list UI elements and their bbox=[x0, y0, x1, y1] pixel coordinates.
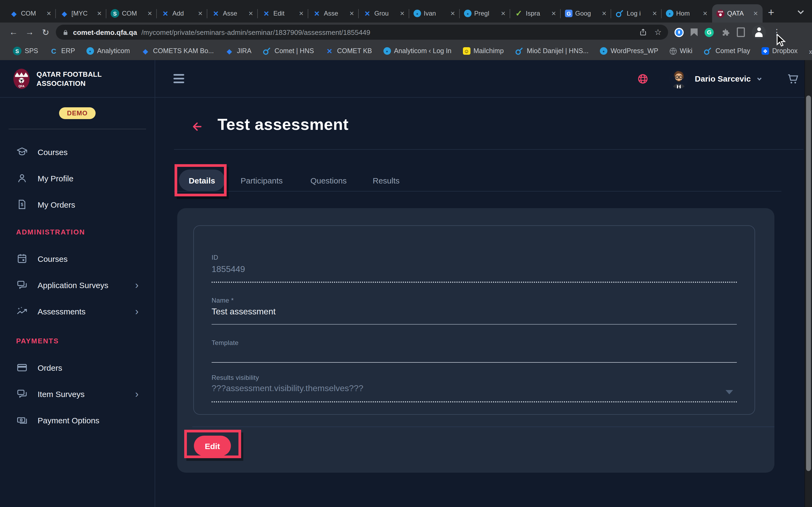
browser-tab[interactable]: Goog✕ bbox=[561, 4, 611, 22]
browser-tab-active[interactable]: QATA✕ bbox=[712, 4, 763, 22]
tab-close-icon[interactable]: ✕ bbox=[701, 10, 709, 17]
user-menu-chevron-icon[interactable] bbox=[754, 73, 765, 84]
bookmark-item[interactable]: Comet Play bbox=[704, 47, 750, 55]
share-icon[interactable] bbox=[639, 28, 647, 37]
bookmark-item[interactable]: COMETS KAM Bo... bbox=[141, 47, 214, 55]
browser-tab[interactable]: Asse✕ bbox=[308, 4, 359, 22]
sidebar-extension-icon[interactable] bbox=[737, 27, 745, 37]
browser-toolbar: ← → ↻ comet-demo.qfa.qa/mycomet/private/… bbox=[0, 22, 812, 42]
page-scrollbar-thumb[interactable] bbox=[806, 96, 811, 471]
tab-close-icon[interactable]: ✕ bbox=[651, 10, 658, 17]
tab-details[interactable]: Details bbox=[179, 170, 225, 191]
tab-close-icon[interactable]: ✕ bbox=[449, 10, 456, 17]
visibility-field-underline bbox=[212, 401, 737, 402]
bookmark-star-icon[interactable]: ☆ bbox=[654, 27, 662, 37]
sidebar-item-admin-courses[interactable]: Courses bbox=[0, 248, 155, 269]
browser-tab[interactable]: Pregl✕ bbox=[460, 4, 510, 22]
browser-tab[interactable]: [MYC✕ bbox=[56, 4, 106, 22]
user-avatar[interactable] bbox=[669, 69, 689, 88]
tab-search-chevron-icon[interactable] bbox=[797, 7, 805, 17]
tab-title: COM bbox=[122, 10, 143, 17]
bookmark-item[interactable]: Mailchimp bbox=[463, 47, 504, 55]
qfa-logo: QFA bbox=[13, 68, 30, 89]
sidebar-item-orders[interactable]: Orders bbox=[0, 357, 155, 378]
bookmark-item[interactable]: Analyticom ‹ Log In bbox=[383, 47, 451, 55]
browser-tab[interactable]: Ivan✕ bbox=[409, 4, 460, 22]
name-field-underline bbox=[212, 324, 737, 325]
tab-close-icon[interactable]: ✕ bbox=[197, 10, 204, 17]
tab-results[interactable]: Results bbox=[373, 176, 400, 185]
browser-tab[interactable]: COM✕ bbox=[5, 4, 56, 22]
bookmark-label: Mailchimp bbox=[473, 47, 504, 55]
browser-tab[interactable]: Hom✕ bbox=[662, 4, 712, 22]
tab-close-icon[interactable]: ✕ bbox=[499, 10, 507, 17]
tab-title: Ivan bbox=[424, 10, 446, 17]
bookmark-item[interactable]: Analyticom bbox=[86, 47, 130, 55]
page-scrollbar-track[interactable] bbox=[805, 60, 812, 507]
back-button[interactable]: ← bbox=[5, 27, 21, 37]
tab-participants[interactable]: Participants bbox=[241, 176, 283, 185]
bookmark-item[interactable]: Mioč Danijel | HNS... bbox=[515, 47, 589, 55]
browser-tab[interactable]: Asse✕ bbox=[207, 4, 258, 22]
sidebar-item-courses[interactable]: Courses bbox=[0, 141, 155, 163]
browser-tab[interactable]: COM✕ bbox=[106, 4, 157, 22]
sidebar-item-item-surveys[interactable]: Item Surveys › bbox=[0, 383, 155, 404]
bookmark-item[interactable]: SPS bbox=[13, 47, 38, 55]
chevron-right-icon[interactable]: › bbox=[135, 306, 139, 316]
extensions-puzzle-icon[interactable] bbox=[721, 27, 730, 37]
tab-title: Pregl bbox=[474, 10, 497, 17]
browser-tab-strip: COM✕ [MYC✕ COM✕ Add✕ Asse✕ Edit✕ Asse✕ G… bbox=[0, 0, 812, 22]
name-field-value[interactable]: Test assessment bbox=[212, 307, 275, 317]
chevron-right-icon[interactable]: › bbox=[135, 389, 139, 399]
tab-close-icon[interactable]: ✕ bbox=[96, 10, 103, 17]
back-arrow-icon[interactable] bbox=[191, 120, 204, 135]
tab-close-icon[interactable]: ✕ bbox=[550, 10, 557, 17]
tab-close-icon[interactable]: ✕ bbox=[752, 10, 759, 17]
tab-close-icon[interactable]: ✕ bbox=[600, 10, 608, 17]
comet-favicon-icon bbox=[212, 9, 220, 18]
sidebar-item-my-orders[interactable]: $ My Orders bbox=[0, 194, 155, 215]
bookmarks-overflow-chevron[interactable]: » bbox=[809, 46, 812, 56]
reload-button[interactable]: ↻ bbox=[38, 27, 54, 37]
browser-tab[interactable]: Add✕ bbox=[157, 4, 207, 22]
dropbox-favicon-icon bbox=[762, 47, 769, 55]
tab-close-icon[interactable]: ✕ bbox=[298, 10, 305, 17]
password-manager-icon[interactable] bbox=[674, 27, 683, 37]
address-bar[interactable]: comet-demo.qfa.qa/mycomet/private/semina… bbox=[56, 25, 668, 40]
bookmark-item[interactable]: WordPress_WP bbox=[600, 47, 658, 55]
edit-button[interactable]: Edit bbox=[194, 436, 231, 456]
bookmark-item[interactable]: Comet | HNS bbox=[263, 47, 314, 55]
bookmark-item[interactable]: ERP bbox=[49, 47, 75, 55]
tab-close-icon[interactable]: ✕ bbox=[399, 10, 406, 17]
tab-close-icon[interactable]: ✕ bbox=[146, 10, 154, 17]
browser-profile-avatar[interactable] bbox=[752, 25, 766, 39]
sidebar-item-application-surveys[interactable]: Application Surveys › bbox=[0, 274, 155, 296]
browser-tab[interactable]: Edit✕ bbox=[258, 4, 308, 22]
cart-icon[interactable] bbox=[786, 72, 799, 85]
bookmark-flag-icon[interactable] bbox=[691, 28, 698, 36]
tab-close-icon[interactable]: ✕ bbox=[45, 10, 53, 17]
browser-tab[interactable]: Grou✕ bbox=[359, 4, 409, 22]
bookmark-item[interactable]: Wiki bbox=[669, 47, 692, 55]
grammarly-icon[interactable]: G bbox=[705, 27, 714, 37]
bookmark-item[interactable]: COMET KB bbox=[325, 47, 372, 55]
org-brand[interactable]: QFA QATAR FOOTBALL ASSOCIATION bbox=[0, 60, 155, 97]
browser-tab[interactable]: Ispra✕ bbox=[510, 4, 561, 22]
sidebar-item-my-profile[interactable]: My Profile bbox=[0, 167, 155, 189]
hamburger-menu-icon[interactable] bbox=[173, 74, 184, 83]
sidebar-item-assessments[interactable]: Assessments › bbox=[0, 300, 155, 322]
sidebar-item-payment-options[interactable]: Payment Options bbox=[0, 409, 155, 431]
user-name[interactable]: Dario Sarcevic bbox=[695, 74, 751, 83]
tab-close-icon[interactable]: ✕ bbox=[247, 10, 255, 17]
forward-button[interactable]: → bbox=[21, 27, 38, 37]
dropdown-caret-icon[interactable] bbox=[725, 390, 733, 394]
credit-card-icon bbox=[16, 361, 28, 374]
tab-questions[interactable]: Questions bbox=[310, 176, 347, 185]
new-tab-button[interactable]: + bbox=[768, 6, 774, 19]
chevron-right-icon[interactable]: › bbox=[135, 280, 139, 290]
bookmark-item[interactable]: JIRA bbox=[225, 47, 251, 55]
language-globe-icon[interactable] bbox=[637, 73, 649, 84]
visibility-select-value[interactable]: ???assessment.visibility.themselves??? bbox=[212, 384, 363, 393]
browser-tab[interactable]: Log i✕ bbox=[611, 4, 662, 22]
tab-close-icon[interactable]: ✕ bbox=[348, 10, 356, 17]
